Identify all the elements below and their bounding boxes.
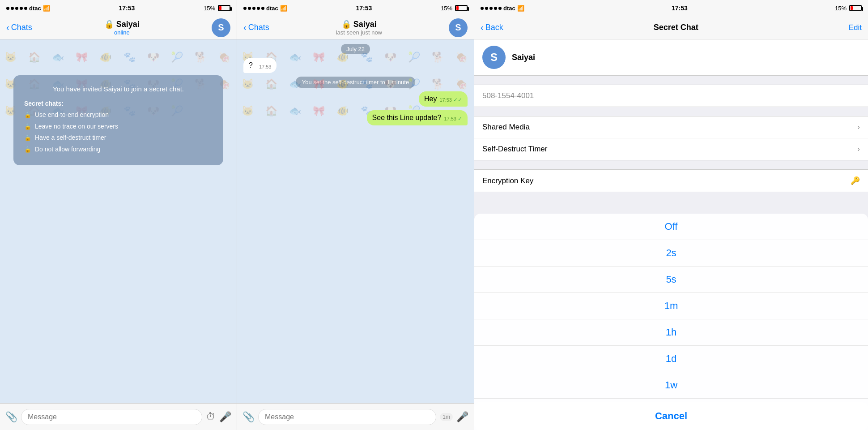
secret-item-text-1: Use end-to-end encryption	[35, 111, 109, 120]
attach-icon-1[interactable]: 📎	[5, 411, 17, 423]
chat-bg-2: July 22 ? 17:53 You set the self-destruc…	[237, 39, 474, 403]
chevron-left-icon-2: ‹	[243, 22, 247, 33]
back-label-3[interactable]: Back	[485, 23, 503, 32]
msg-row-hey: Hey 17:53 ✓✓	[243, 91, 468, 107]
back-button-2[interactable]: ‹ Chats	[243, 22, 269, 33]
checkmarks-hey: ✓✓	[453, 97, 462, 103]
picker-overlay: Off 2s 5s 1m 1h 1d 1w Cancel	[474, 214, 868, 430]
settings-row-shared[interactable]: Shared Media ›	[474, 116, 868, 138]
chat-subtitle-1: online	[104, 29, 140, 36]
msg-row-line: See this Line update? 17:53 ✓	[243, 110, 468, 125]
status-left-2: dtac 📶	[243, 5, 287, 12]
lock-icon-item3: 🔒	[24, 134, 31, 142]
chat-name-2: Saiyai	[353, 20, 377, 29]
settings-section-2: Shared Media › Self-Destruct Timer ›	[474, 116, 868, 160]
signal-dots-2	[243, 7, 264, 10]
input-bar-1: 📎 ⏱ 🎤	[0, 403, 237, 430]
lock-icon-item4: 🔒	[24, 146, 31, 154]
secret-info-box: You have invited Saiyai to join a secret…	[13, 75, 223, 165]
picker-item-2s[interactable]: 2s	[474, 240, 868, 267]
dot2-2	[248, 7, 251, 10]
attach-icon-2[interactable]: 📎	[243, 411, 255, 423]
panel-1: dtac 📶 17:53 15% ‹ Chats 🔒 Saiyai online…	[0, 0, 237, 430]
mic-icon-1[interactable]: 🎤	[219, 411, 231, 423]
timer-icon-1[interactable]: ⏱	[206, 411, 216, 423]
hey-text: Hey	[424, 95, 437, 103]
settings-row-timer[interactable]: Self-Destruct Timer ›	[474, 138, 868, 160]
chevron-left-icon-1: ‹	[6, 22, 9, 33]
msg-time-question: 17:53	[256, 64, 272, 69]
picker-item-5s[interactable]: 5s	[474, 267, 868, 293]
dot3	[15, 7, 18, 10]
carrier-2: dtac	[266, 5, 278, 12]
mic-icon-2[interactable]: 🎤	[456, 411, 468, 423]
time-2: 17:53	[356, 4, 372, 12]
carrier-1: dtac	[29, 5, 41, 12]
encryption-key-icon: 🔑	[851, 176, 860, 185]
shared-media-label: Shared Media	[482, 123, 530, 132]
status-bar-1: dtac 📶 17:53 15%	[0, 0, 237, 16]
dot3-3	[489, 7, 493, 10]
shared-media-value: ›	[857, 123, 860, 132]
back-button-3[interactable]: ‹ Back	[481, 22, 503, 33]
dot5	[24, 7, 27, 10]
nav-title-block-3: Secret Chat	[654, 23, 698, 32]
question-text: ?	[249, 61, 253, 69]
dot4-3	[494, 7, 497, 10]
battery-pct-3: 15%	[835, 5, 847, 12]
signal-dots-3	[481, 7, 502, 10]
dot4	[20, 7, 23, 10]
input-bar-2: 📎 1m 🎤	[237, 403, 474, 430]
self-destruct-value: ›	[857, 145, 860, 154]
battery-icon-1	[218, 5, 230, 11]
lock-icon-item1: 🔒	[24, 111, 31, 119]
status-left-3: dtac 📶	[481, 5, 524, 12]
status-right-3: 15%	[835, 5, 862, 12]
avatar-2[interactable]: S	[449, 18, 468, 37]
message-input-2[interactable]	[258, 409, 436, 425]
panel-2: dtac 📶 17:53 15% ‹ Chats 🔒 Saiyai last s…	[237, 0, 474, 430]
contact-name: Saiyai	[512, 53, 535, 62]
secret-item-3: 🔒 Have a self-destruct timer	[24, 133, 213, 142]
contact-avatar: S	[482, 46, 506, 69]
settings-row-encryption[interactable]: Encryption Key 🔑	[474, 170, 868, 192]
message-input-1[interactable]	[21, 409, 202, 425]
back-button-1[interactable]: ‹ Chats	[6, 22, 32, 33]
back-label-1[interactable]: Chats	[11, 23, 32, 32]
carrier-3: dtac	[503, 5, 515, 12]
battery-icon-3	[849, 5, 862, 11]
encryption-key-label: Encryption Key	[482, 176, 533, 185]
secret-item-text-3: Have a self-destruct timer	[35, 133, 106, 142]
battery-pct-2: 15%	[441, 5, 452, 12]
status-bar-2: dtac 📶 17:53 15%	[237, 0, 474, 16]
chevron-left-icon-3: ‹	[481, 22, 484, 33]
phone-label: 508-1554-4001	[482, 91, 534, 100]
picker-item-1w[interactable]: 1w	[474, 372, 868, 399]
back-label-2[interactable]: Chats	[248, 23, 269, 32]
system-bubble: You set the self-destruct timer to 1 min…	[296, 77, 415, 88]
picker-cancel-button[interactable]: Cancel	[474, 402, 868, 430]
lock-icon-2: 🔒	[341, 20, 351, 29]
dot5-2	[261, 7, 264, 10]
dot1	[6, 7, 9, 10]
picker-item-1m[interactable]: 1m	[474, 293, 868, 319]
secret-info-title: You have invited Saiyai to join a secret…	[24, 84, 213, 94]
dot1-2	[243, 7, 247, 10]
msg-bubble-question: ? 17:53	[243, 58, 277, 73]
contact-row: S Saiyai	[474, 39, 868, 76]
dot2-3	[485, 7, 488, 10]
avatar-1[interactable]: S	[212, 18, 230, 37]
wifi-icon-2: 📶	[280, 5, 287, 12]
nav-bar-1: ‹ Chats 🔒 Saiyai online S	[0, 16, 237, 39]
picker-item-1d[interactable]: 1d	[474, 346, 868, 372]
edit-button[interactable]: Edit	[849, 23, 862, 32]
secret-info-subtitle: Secret chats:	[24, 100, 213, 107]
chat-messages-2: July 22 ? 17:53 You set the self-destruc…	[237, 39, 474, 130]
status-right-2: 15%	[441, 5, 468, 12]
battery-fill-3	[851, 6, 853, 10]
dot5-3	[498, 7, 502, 10]
secret-item-text-2: Leave no trace on our servers	[35, 122, 118, 131]
picker-item-off[interactable]: Off	[474, 214, 868, 240]
picker-item-1h[interactable]: 1h	[474, 319, 868, 346]
date-bubble: July 22	[341, 44, 370, 54]
